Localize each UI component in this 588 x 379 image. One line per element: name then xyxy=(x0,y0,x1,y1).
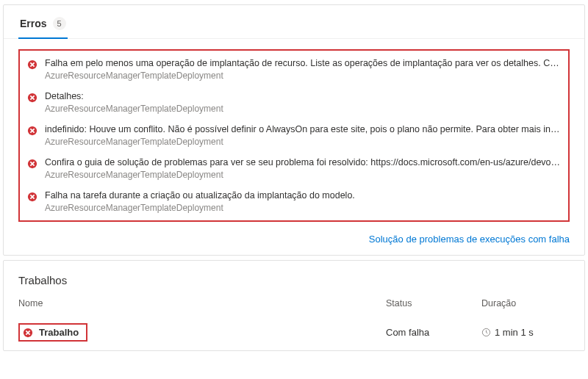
job-duration-label: 1 min 1 s xyxy=(495,327,534,338)
errors-count-badge: 5 xyxy=(53,17,66,30)
tab-errors-label: Erros xyxy=(20,18,47,29)
error-source: AzureResourceManagerTemplateDeployment xyxy=(45,71,561,81)
tabs-bar: Erros 5 xyxy=(4,5,584,39)
clock-icon xyxy=(481,328,491,337)
error-message: Confira o guia de solução de problemas p… xyxy=(45,157,561,167)
error-icon xyxy=(27,59,37,70)
jobs-table-header: Nome Status Duração xyxy=(4,295,584,316)
error-icon xyxy=(27,192,37,202)
error-icon xyxy=(27,126,37,136)
jobs-panel: Trabalhos Nome Status Duração Trabalho C… xyxy=(3,260,585,351)
error-message: Falha em pelo menos uma operação de impl… xyxy=(45,58,561,68)
error-message: Falha na tarefa durante a criação ou atu… xyxy=(45,190,561,201)
troubleshoot-row: Solução de problemas de execuções com fa… xyxy=(4,228,584,255)
job-name-highlight: Trabalho xyxy=(18,323,87,342)
error-source: AzureResourceManagerTemplateDeployment xyxy=(45,203,561,213)
troubleshoot-link[interactable]: Solução de problemas de execuções com fa… xyxy=(369,234,570,245)
error-item[interactable]: Detalhes: AzureResourceManagerTemplateDe… xyxy=(23,85,565,118)
error-icon xyxy=(23,328,33,338)
error-icon xyxy=(27,159,37,169)
jobs-title: Trabalhos xyxy=(4,261,584,295)
job-name-cell: Trabalho xyxy=(18,323,386,342)
job-status-cell: Com falha xyxy=(386,327,481,338)
error-message: Detalhes: xyxy=(45,91,561,101)
error-item[interactable]: indefinido: Houve um conflito. Não é pos… xyxy=(23,118,565,151)
error-text: Confira o guia de solução de problemas p… xyxy=(45,157,561,180)
tab-errors[interactable]: Erros 5 xyxy=(18,12,68,39)
error-source: AzureResourceManagerTemplateDeployment xyxy=(45,137,561,147)
error-item[interactable]: Confira o guia de solução de problemas p… xyxy=(23,151,565,184)
error-text: Falha na tarefa durante a criação ou atu… xyxy=(45,190,561,213)
error-text: Detalhes: AzureResourceManagerTemplateDe… xyxy=(45,91,561,114)
col-header-status: Status xyxy=(386,298,481,308)
job-duration-cell: 1 min 1 s xyxy=(481,327,570,338)
error-source: AzureResourceManagerTemplateDeployment xyxy=(45,104,561,114)
errors-list-highlight: Falha em pelo menos uma operação de impl… xyxy=(18,49,570,222)
error-message: indefinido: Houve um conflito. Não é pos… xyxy=(45,124,561,134)
job-row[interactable]: Trabalho Com falha 1 min 1 s xyxy=(4,316,584,350)
error-text: Falha em pelo menos uma operação de impl… xyxy=(45,58,561,81)
error-icon xyxy=(27,93,37,103)
col-header-name: Nome xyxy=(18,298,386,308)
job-name-label: Trabalho xyxy=(39,327,79,338)
errors-panel: Erros 5 Falha em pelo menos uma operação… xyxy=(3,4,585,256)
col-header-duration: Duração xyxy=(481,298,570,308)
error-text: indefinido: Houve um conflito. Não é pos… xyxy=(45,124,561,147)
error-source: AzureResourceManagerTemplateDeployment xyxy=(45,170,561,180)
error-item[interactable]: Falha em pelo menos uma operação de impl… xyxy=(23,52,565,85)
error-item[interactable]: Falha na tarefa durante a criação ou atu… xyxy=(23,184,565,217)
